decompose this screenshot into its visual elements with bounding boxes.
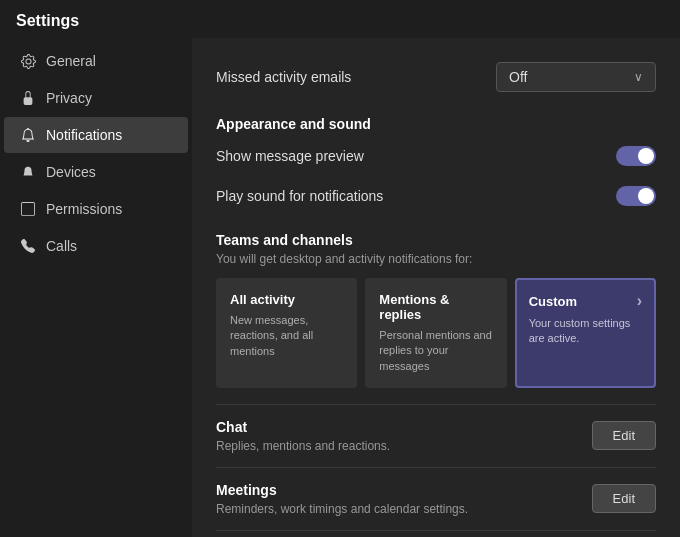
all-activity-card[interactable]: All activity New messages, reactions, an… bbox=[216, 278, 357, 388]
content-area: Missed activity emails Off ∨ Appearance … bbox=[192, 38, 680, 537]
play-sound-row: Play sound for notifications bbox=[216, 176, 656, 216]
show-preview-toggle[interactable] bbox=[616, 146, 656, 166]
people-section: People Keep track of someone's status an… bbox=[216, 530, 656, 537]
teams-channels-title: Teams and channels bbox=[216, 232, 656, 248]
show-preview-label: Show message preview bbox=[216, 148, 364, 164]
all-activity-desc: New messages, reactions, and all mention… bbox=[230, 313, 343, 359]
chat-title: Chat bbox=[216, 419, 576, 435]
meetings-sub: Reminders, work timings and calendar set… bbox=[216, 502, 576, 516]
permissions-icon bbox=[20, 201, 36, 217]
sidebar-item-notifications[interactable]: Notifications bbox=[4, 117, 188, 153]
chat-sub: Replies, mentions and reactions. bbox=[216, 439, 576, 453]
mentions-replies-title: Mentions & replies bbox=[379, 292, 492, 322]
general-icon bbox=[20, 53, 36, 69]
all-activity-title: All activity bbox=[230, 292, 343, 307]
appearance-section-title: Appearance and sound bbox=[216, 116, 656, 132]
dropdown-value: Off bbox=[509, 69, 527, 85]
sidebar-item-devices[interactable]: Devices bbox=[4, 154, 188, 190]
sidebar-permissions-label: Permissions bbox=[46, 201, 122, 217]
sidebar-item-calls[interactable]: Calls bbox=[4, 228, 188, 264]
play-sound-label: Play sound for notifications bbox=[216, 188, 383, 204]
sidebar: General Privacy Notifications bbox=[0, 38, 192, 537]
teams-channels-section: Teams and channels You will get desktop … bbox=[216, 232, 656, 388]
missed-activity-dropdown[interactable]: Off ∨ bbox=[496, 62, 656, 92]
custom-card-desc: Your custom settings are active. bbox=[529, 316, 642, 347]
show-preview-row: Show message preview bbox=[216, 136, 656, 176]
custom-card-arrow: › bbox=[637, 292, 642, 310]
privacy-icon bbox=[20, 90, 36, 106]
meetings-section: Meetings Reminders, work timings and cal… bbox=[216, 467, 656, 530]
custom-card[interactable]: Custom › Your custom settings are active… bbox=[515, 278, 656, 388]
settings-title: Settings bbox=[0, 0, 680, 38]
sidebar-item-general[interactable]: General bbox=[4, 43, 188, 79]
custom-card-title: Custom › bbox=[529, 292, 642, 310]
mentions-replies-card[interactable]: Mentions & replies Personal mentions and… bbox=[365, 278, 506, 388]
chat-edit-button[interactable]: Edit bbox=[592, 421, 656, 450]
sidebar-notifications-label: Notifications bbox=[46, 127, 122, 143]
sidebar-devices-label: Devices bbox=[46, 164, 96, 180]
chevron-down-icon: ∨ bbox=[634, 70, 643, 84]
mentions-replies-desc: Personal mentions and replies to your me… bbox=[379, 328, 492, 374]
missed-activity-label: Missed activity emails bbox=[216, 69, 351, 85]
annotation-arrow bbox=[192, 38, 197, 88]
sidebar-item-privacy[interactable]: Privacy bbox=[4, 80, 188, 116]
meetings-title: Meetings bbox=[216, 482, 576, 498]
sidebar-privacy-label: Privacy bbox=[46, 90, 92, 106]
sidebar-item-permissions[interactable]: Permissions bbox=[4, 191, 188, 227]
play-sound-toggle[interactable] bbox=[616, 186, 656, 206]
missed-activity-row: Missed activity emails Off ∨ bbox=[216, 54, 656, 100]
sidebar-calls-label: Calls bbox=[46, 238, 77, 254]
calls-icon bbox=[20, 238, 36, 254]
notifications-icon bbox=[20, 127, 36, 143]
notification-cards: All activity New messages, reactions, an… bbox=[216, 278, 656, 388]
appearance-section: Appearance and sound Show message previe… bbox=[216, 116, 656, 216]
meetings-edit-button[interactable]: Edit bbox=[592, 484, 656, 513]
teams-channels-sub: You will get desktop and activity notifi… bbox=[216, 252, 656, 266]
sidebar-general-label: General bbox=[46, 53, 96, 69]
chat-section: Chat Replies, mentions and reactions. Ed… bbox=[216, 404, 656, 467]
devices-icon bbox=[20, 164, 36, 180]
